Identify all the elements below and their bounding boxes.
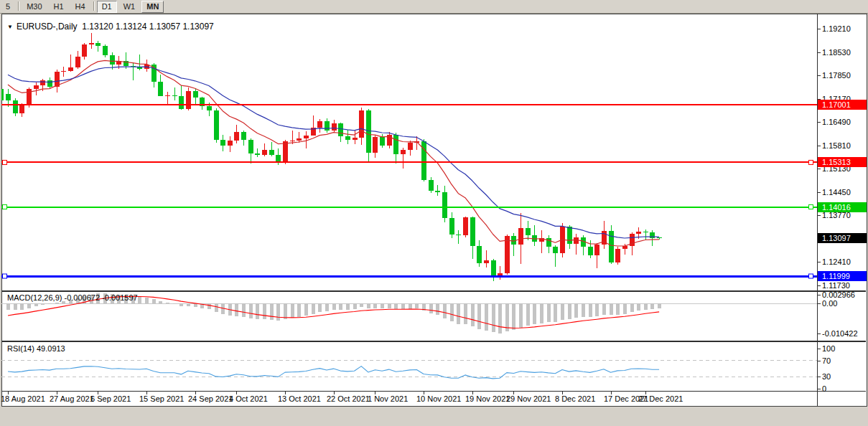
chart-dropdown-icon: ▼ (7, 24, 13, 30)
candle (89, 33, 94, 49)
candle (408, 141, 413, 156)
axis-tick-label: 30 (822, 372, 831, 381)
timeframe-button-d1[interactable]: D1 (97, 1, 117, 13)
pane-separator[interactable] (2, 290, 866, 292)
ma-slow-line (8, 67, 659, 238)
candle (393, 133, 398, 164)
candle (567, 225, 572, 249)
axis-tick-mark (818, 29, 821, 29)
candle (220, 135, 225, 151)
ma-fast-line (8, 60, 659, 246)
time-axis-label: 22 Oct 2021 (327, 394, 370, 403)
axis-tick-mark (818, 146, 821, 146)
candle (615, 247, 620, 264)
time-axis-label: 6 Sep 2021 (90, 394, 131, 403)
candle (123, 52, 129, 68)
axis-tick-mark (818, 215, 821, 216)
axis-tick-label: 1.17850 (822, 71, 851, 80)
candle (311, 115, 316, 136)
axis-tick-mark (818, 192, 821, 193)
candle (325, 118, 330, 133)
candle (193, 88, 198, 104)
axis-tick-label: 0.00 (822, 299, 837, 308)
candle (498, 266, 503, 280)
candle (602, 221, 607, 248)
timeframe-button-mn[interactable]: MN (141, 1, 164, 13)
candle (491, 259, 496, 281)
price-badge-1.17001: 1.17001 (818, 100, 867, 110)
axis-tick-mark (818, 377, 821, 377)
candle (255, 148, 260, 157)
macd-indicator-label: MACD(12,26,9) -0.000672 -0.001597 (7, 293, 138, 302)
candle (19, 103, 24, 118)
time-axis-label: 19 Nov 2021 (465, 394, 510, 403)
time-axis-label: 27 Aug 2021 (50, 394, 94, 403)
candle (248, 138, 253, 164)
candle (61, 67, 66, 77)
axis-tick-label: 100 (822, 344, 835, 353)
pane-separator[interactable] (2, 341, 866, 342)
candle (95, 41, 101, 51)
candle (317, 119, 322, 133)
price-badge-1.14016: 1.14016 (818, 202, 867, 212)
axis-tick-label: 1.19210 (822, 24, 851, 33)
candle (332, 120, 337, 132)
timeframe-button-h4[interactable]: H4 (70, 1, 90, 13)
candle (553, 245, 558, 267)
candle (234, 125, 239, 143)
rsi-pane[interactable] (1, 342, 817, 391)
terminal-window: 5M30H1H4D1W1MN ▼EURUSD-,Daily 1.13120 1.… (0, 0, 868, 19)
hline-handle[interactable] (3, 205, 7, 209)
hline-handle[interactable] (3, 160, 7, 164)
hline-handle[interactable] (809, 160, 813, 164)
macd-values: -0.000672 -0.001597 (64, 293, 137, 302)
axis-tick-label: 70 (822, 356, 831, 365)
macd-name: MACD(12,26,9) (7, 293, 62, 302)
candle (186, 87, 191, 110)
timeframe-button-5[interactable]: 5 (1, 1, 15, 13)
time-axis-label: 4 Oct 2021 (229, 394, 268, 403)
candle (484, 250, 489, 268)
candle (532, 225, 537, 246)
candlestick-series (1, 33, 662, 281)
axis-tick-label: 1.14450 (822, 188, 851, 197)
candle (435, 185, 440, 196)
axis-tick-mark (818, 262, 821, 262)
toolbar-separator (18, 1, 19, 11)
price-chart-pane[interactable] (1, 14, 817, 290)
timeframe-button-h1[interactable]: H1 (49, 1, 69, 13)
time-axis-label: 10 Nov 2021 (416, 394, 461, 403)
candle (366, 109, 371, 161)
hline-handle[interactable] (809, 205, 813, 209)
timeframe-button-m30[interactable]: M30 (22, 1, 47, 13)
axis-tick-label: 1.15810 (822, 141, 851, 150)
candle (456, 230, 461, 244)
candle (131, 62, 136, 80)
chart-symbol-period: EURUSD-,Daily (17, 22, 78, 32)
candle (574, 234, 579, 255)
time-axis-label: 1 Nov 2021 (368, 394, 408, 403)
axis-tick-label: 0 (822, 384, 826, 393)
candle (373, 136, 378, 158)
candle (463, 217, 468, 237)
hline-handle[interactable] (3, 274, 7, 278)
candle (214, 108, 219, 143)
candle (650, 230, 655, 246)
candle (137, 55, 142, 70)
axis-tick-label: -0.010422 (822, 329, 858, 338)
candle (103, 44, 108, 57)
candle (241, 131, 246, 146)
candle (269, 142, 274, 156)
candle (387, 132, 392, 148)
hline-handle[interactable] (809, 274, 813, 278)
candle (643, 229, 648, 240)
timeframe-button-w1[interactable]: W1 (118, 1, 141, 13)
candle (477, 240, 482, 266)
candle (165, 92, 170, 105)
axis-tick-mark (818, 122, 821, 123)
candle (338, 123, 343, 142)
axis-tick-mark (818, 333, 821, 334)
time-axis-label: 29 Nov 2021 (506, 394, 551, 403)
axis-tick-label: 1.16490 (822, 118, 851, 126)
candle (75, 51, 80, 69)
